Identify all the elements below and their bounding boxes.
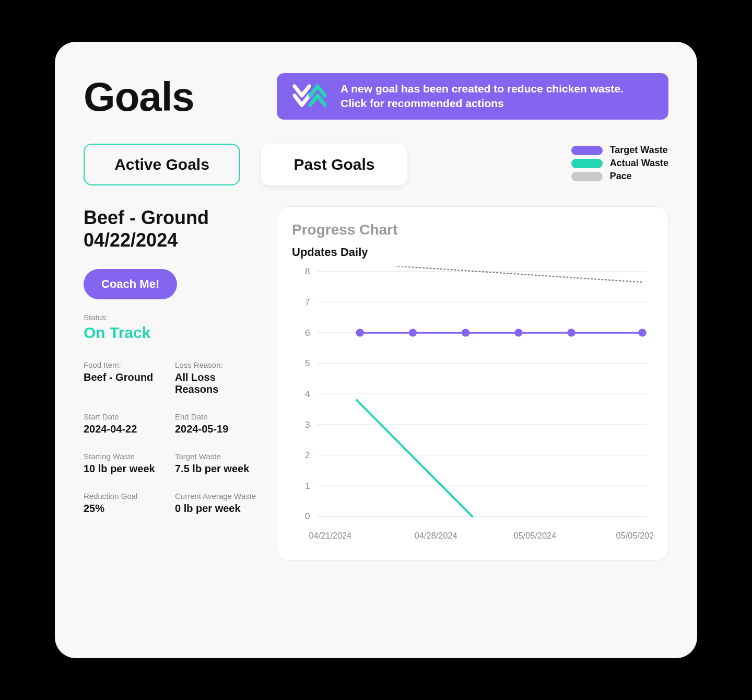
starting-waste-label: Starting Waste: [84, 452, 170, 461]
app-card: Goals A new goal has been created to red…: [55, 42, 697, 658]
chart-title: Progress Chart: [292, 221, 653, 238]
svg-point-24: [462, 329, 469, 336]
start-date-label: Start Date: [84, 412, 170, 421]
svg-text:4: 4: [305, 389, 310, 399]
legend-target: Target Waste: [571, 145, 668, 156]
field-end-date: End Date 2024-05-19: [175, 412, 261, 435]
field-current-avg: Current Average Waste 0 lb per week: [175, 492, 261, 515]
chart-area: 01234567804/21/202404/28/202405/05/20240…: [292, 266, 653, 547]
reduction-goal-label: Reduction Goal: [84, 492, 170, 500]
goal-name: Beef - Ground: [84, 206, 261, 229]
banner-line2: Click for recommended actions: [340, 96, 624, 111]
field-reduction-goal: Reduction Goal 25%: [84, 492, 170, 515]
start-date-value: 2024-04-22: [84, 423, 170, 435]
food-item-label: Food Item:: [84, 360, 170, 369]
notification-banner[interactable]: A new goal has been created to reduce ch…: [277, 73, 668, 120]
legend-label-actual: Actual Waste: [610, 158, 668, 169]
svg-point-22: [356, 329, 364, 336]
legend-pill-actual: [571, 159, 603, 168]
food-item-value: Beef - Ground: [84, 371, 170, 383]
legend-actual: Actual Waste: [571, 158, 668, 169]
loss-reason-value: All Loss Reasons: [175, 371, 261, 395]
goal-sidebar: Beef - Ground 04/22/2024 Coach Me! Statu…: [84, 206, 261, 561]
svg-text:04/28/2024: 04/28/2024: [415, 531, 457, 540]
loss-reason-label: Loss Reason:: [175, 360, 261, 369]
fields-grid: Food Item: Beef - Ground Loss Reason: Al…: [84, 360, 261, 515]
reduction-goal-value: 25%: [84, 503, 170, 515]
tabs-row: Active Goals Past Goals Target Waste Act…: [84, 144, 668, 185]
legend-label-target: Target Waste: [610, 145, 668, 156]
svg-point-25: [514, 329, 522, 336]
legend-pill-target: [571, 146, 603, 155]
tab-active-goals[interactable]: Active Goals: [84, 144, 240, 185]
chart-subtitle: Updates Daily: [292, 246, 653, 259]
page-title: Goals: [84, 73, 256, 121]
svg-point-23: [409, 329, 417, 336]
current-avg-value: 0 lb per week: [175, 503, 261, 515]
target-waste-label: Target Waste: [175, 452, 261, 461]
svg-text:5: 5: [305, 358, 310, 368]
svg-point-26: [567, 329, 575, 336]
header-row: Goals A new goal has been created to red…: [84, 73, 668, 121]
field-loss-reason: Loss Reason: All Loss Reasons: [175, 360, 261, 395]
goal-arrows-icon: [291, 83, 328, 109]
status-label: Status:: [84, 313, 261, 322]
current-avg-label: Current Average Waste: [175, 492, 261, 500]
legend-label-pace: Pace: [610, 171, 632, 182]
end-date-label: End Date: [175, 412, 261, 421]
status-value: On Track: [84, 324, 261, 342]
field-food-item: Food Item: Beef - Ground: [84, 360, 170, 395]
svg-text:2: 2: [305, 450, 310, 460]
field-start-date: Start Date 2024-04-22: [84, 412, 170, 435]
legend-pill-pace: [571, 172, 603, 181]
svg-text:6: 6: [305, 328, 310, 338]
field-starting-waste: Starting Waste 10 lb per week: [84, 452, 170, 475]
coach-me-button[interactable]: Coach Me!: [84, 269, 177, 299]
goal-date: 04/22/2024: [84, 229, 261, 251]
svg-text:7: 7: [305, 297, 310, 307]
svg-text:0: 0: [305, 511, 310, 521]
body-row: Beef - Ground 04/22/2024 Coach Me! Statu…: [84, 206, 668, 561]
svg-text:05/05/2024: 05/05/2024: [616, 531, 653, 540]
chart-legend: Target Waste Actual Waste Pace: [571, 144, 668, 182]
starting-waste-value: 10 lb per week: [84, 463, 170, 475]
svg-text:3: 3: [305, 419, 310, 430]
progress-chart: 01234567804/21/202404/28/202405/05/20240…: [292, 266, 653, 547]
banner-line1: A new goal has been created to reduce ch…: [340, 81, 624, 96]
end-date-value: 2024-05-19: [175, 423, 261, 435]
banner-text: A new goal has been created to reduce ch…: [340, 81, 624, 111]
chart-card: Progress Chart Updates Daily 01234567804…: [277, 206, 668, 561]
legend-pace: Pace: [571, 171, 668, 182]
goal-title: Beef - Ground 04/22/2024: [84, 206, 261, 251]
svg-text:05/05/2024: 05/05/2024: [514, 531, 557, 540]
target-waste-value: 7.5 lb per week: [175, 463, 261, 475]
svg-text:1: 1: [305, 481, 310, 491]
tab-past-goals[interactable]: Past Goals: [261, 144, 407, 185]
svg-text:8: 8: [305, 266, 310, 276]
field-target-waste: Target Waste 7.5 lb per week: [175, 452, 261, 475]
svg-text:04/21/2024: 04/21/2024: [309, 531, 351, 540]
svg-point-27: [638, 329, 646, 336]
